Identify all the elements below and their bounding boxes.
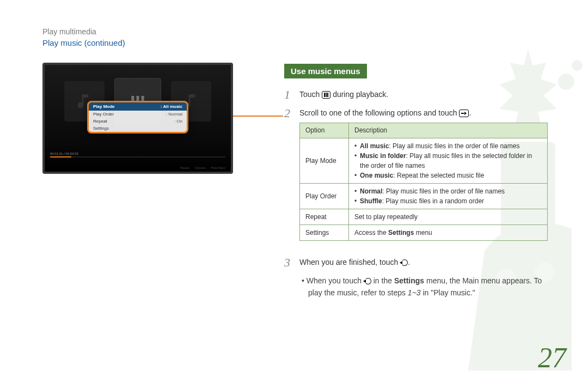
step-number: 1 <box>284 88 293 101</box>
options-table: Option Description Play Mode All music: … <box>299 123 548 241</box>
table-row: Settings Access the Settings menu <box>300 225 548 240</box>
text: . <box>408 258 410 266</box>
popup-row-label: Play Order <box>93 112 114 117</box>
text: in the <box>371 276 394 285</box>
svg-point-5 <box>572 60 583 71</box>
play-mode-popup: Play Mode : All music Play Order : Norma… <box>87 101 188 134</box>
bold: Settings <box>394 276 424 285</box>
step-text: Scroll to one of the following options a… <box>299 108 471 117</box>
menu-icon <box>322 91 330 99</box>
note: When you touch in the Settings menu, the… <box>284 275 555 299</box>
step-body: Scroll to one of the following options a… <box>299 107 548 251</box>
back-icon <box>400 259 408 266</box>
step-3: 3 When you are finished, touch . <box>284 256 555 269</box>
cell-option: Repeat <box>300 209 349 225</box>
text: during playback. <box>330 90 388 99</box>
cell-option: Settings <box>300 225 349 240</box>
cell-option: Play Order <box>300 183 349 209</box>
back-icon <box>364 277 371 285</box>
time-label: 00:01:21 / 00:04:53 <box>50 152 78 155</box>
popup-row: Play Order : Normal <box>89 111 187 118</box>
emphasis: 1~3 <box>408 288 421 297</box>
content-row: Play Mode : All music Play Order : Norma… <box>42 63 555 299</box>
popup-row-value: : Normal <box>166 112 182 117</box>
table-row: Play Mode All music: Play all music file… <box>300 138 548 183</box>
heading-pill: Use music menus <box>284 64 367 78</box>
text: When you are finished, touch <box>299 258 400 266</box>
opt-bold: Normal <box>360 187 382 195</box>
footbar-item: Pause <box>180 166 189 169</box>
cell-desc: Set to play repeatedly <box>349 209 548 225</box>
opt-bold: One music <box>360 172 393 179</box>
text: . <box>469 108 471 117</box>
page-number: 27 <box>538 342 566 374</box>
popup-row-label: Repeat <box>93 119 107 124</box>
popup-head-label: Play Mode <box>93 104 115 109</box>
footbar-item: Prev/Next <box>211 166 225 169</box>
opt-rest: : Repeat the selected music file <box>393 172 484 179</box>
section-title: Play music (continued) <box>42 38 555 47</box>
opt-bold: Shuffle <box>360 197 382 205</box>
step-2: 2 Scroll to one of the following options… <box>284 107 555 251</box>
th-option: Option <box>300 123 349 138</box>
text: in "Play music." <box>421 288 475 297</box>
footbar-item: Volume <box>195 166 206 169</box>
opt-bold: All music <box>360 142 389 150</box>
cell-desc: Normal: Play music files in the order of… <box>349 183 548 209</box>
opt-rest: : Play music files in the order of file … <box>382 187 505 195</box>
callout-line <box>233 116 283 117</box>
step-number: 2 <box>284 107 293 251</box>
opt-rest: : Play all music files in the order of f… <box>389 142 519 150</box>
table-row: Repeat Set to play repeatedly <box>300 209 548 225</box>
popup-head-value: : All music <box>161 104 182 109</box>
table-row: Play Order Normal: Play music files in t… <box>300 183 548 209</box>
opt-bold: Music in folder <box>360 152 406 160</box>
th-description: Description <box>349 123 548 138</box>
popup-row: Settings <box>89 125 187 132</box>
step-text: Touch during playback. <box>299 88 388 101</box>
step-number: 3 <box>284 256 293 269</box>
breadcrumb: Play multimedia <box>42 27 555 36</box>
text: Scroll to one of the following options a… <box>299 108 459 117</box>
svg-point-4 <box>558 74 574 90</box>
step-text: When you are finished, touch . <box>299 256 410 269</box>
instructions-column: Use music menus 1 Touch during playback.… <box>284 63 555 299</box>
popup-row: Repeat : On <box>89 118 187 125</box>
footbar: Pause Volume Prev/Next <box>180 166 225 169</box>
step-1: 1 Touch during playback. <box>284 88 555 101</box>
progress-bar <box>50 156 225 157</box>
popup-row-label: Settings <box>93 126 109 131</box>
cell-option: Play Mode <box>300 138 349 183</box>
opt-rest: : Play music files in a random order <box>382 197 484 205</box>
ok-icon <box>459 110 469 117</box>
text: When you touch <box>307 276 364 285</box>
cell-desc: Access the Settings menu <box>349 225 548 240</box>
text: Touch <box>299 90 322 99</box>
popup-row-value: : On <box>174 119 182 124</box>
cell-desc: All music: Play all music files in the o… <box>349 138 548 183</box>
popup-header: Play Mode : All music <box>89 102 187 111</box>
music-player-screenshot: Play Mode : All music Play Order : Norma… <box>42 63 233 174</box>
